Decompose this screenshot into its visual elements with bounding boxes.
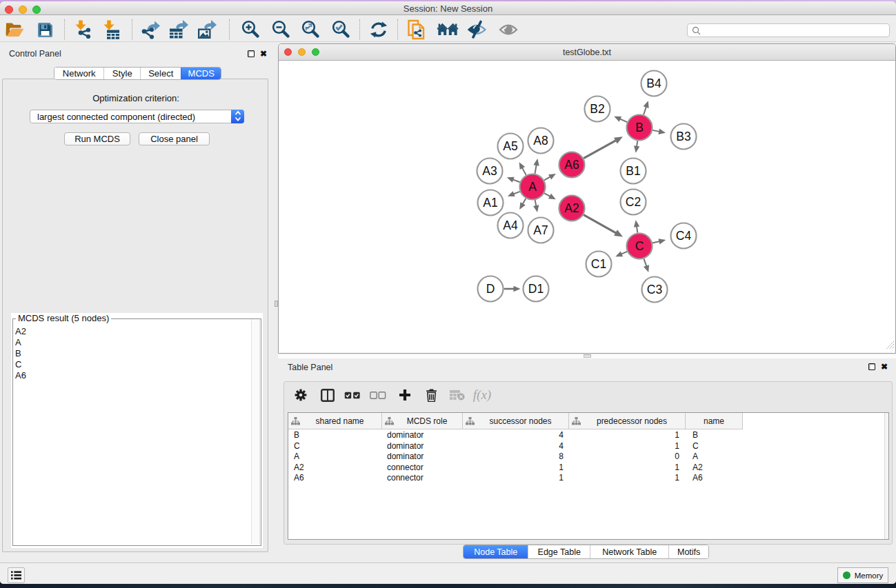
resize-grip-icon[interactable] bbox=[886, 340, 895, 352]
network-window-title: testGlobe.txt bbox=[279, 44, 895, 61]
table-cell[interactable]: dominator bbox=[387, 441, 424, 452]
delete-table-icon[interactable] bbox=[447, 385, 468, 405]
table-cell[interactable]: 0 bbox=[569, 452, 679, 463]
delete-row-icon[interactable] bbox=[421, 385, 441, 405]
tab-network-table[interactable]: Network Table bbox=[590, 545, 668, 558]
table-cell[interactable]: 4 bbox=[463, 430, 564, 441]
node-label-B: B bbox=[635, 121, 644, 134]
column-header-label: predecessor nodes bbox=[587, 416, 667, 426]
import-network-icon[interactable] bbox=[72, 19, 94, 41]
table-cell[interactable]: A bbox=[294, 452, 299, 463]
close-panel-button[interactable]: Close panel bbox=[139, 132, 210, 145]
desktop-scrollbar-left[interactable] bbox=[275, 301, 278, 307]
edge-A2-C[interactable] bbox=[584, 215, 619, 235]
table-cell[interactable]: C bbox=[693, 441, 699, 452]
tab-mcds[interactable]: MCDS bbox=[181, 68, 221, 79]
desktop-scrollbar-bottom[interactable] bbox=[584, 354, 591, 358]
table-cell[interactable]: A6 bbox=[693, 473, 703, 484]
show-columns-icon[interactable] bbox=[317, 385, 338, 405]
save-session-icon[interactable] bbox=[34, 19, 56, 41]
column-header-predecessor-nodes[interactable]: predecessor nodes bbox=[569, 413, 686, 429]
mcds-result-item[interactable]: A2 bbox=[15, 326, 26, 337]
zoom-in-icon[interactable] bbox=[239, 19, 261, 41]
table-cell[interactable]: 1 bbox=[569, 430, 679, 441]
criterion-select[interactable]: largest connected component (directed) bbox=[30, 110, 244, 123]
select-all-icon[interactable] bbox=[342, 385, 363, 405]
tab-select[interactable]: Select bbox=[140, 68, 181, 79]
zoom-out-icon[interactable] bbox=[270, 19, 292, 41]
memory-button[interactable]: Memory bbox=[837, 567, 888, 583]
hide-selected-icon[interactable] bbox=[466, 19, 488, 41]
table-cell[interactable]: 1 bbox=[569, 441, 679, 452]
table-cell[interactable]: connector bbox=[387, 473, 424, 484]
float-panel-icon[interactable] bbox=[248, 50, 255, 57]
table-options-icon[interactable] bbox=[290, 385, 311, 405]
mcds-result-item[interactable]: A6 bbox=[15, 370, 26, 381]
task-history-button[interactable] bbox=[8, 567, 25, 583]
function-builder-icon[interactable]: f(x) bbox=[472, 385, 492, 405]
search-box[interactable] bbox=[687, 23, 890, 37]
open-file-icon[interactable] bbox=[3, 19, 26, 41]
node-label-C1: C1 bbox=[591, 257, 606, 271]
network-window: testGlobe.txt B4B2BB3A8A5A6A3B1AA1C2A2A4… bbox=[278, 43, 896, 354]
table-cell[interactable]: B bbox=[294, 430, 299, 441]
float-table-panel-icon[interactable] bbox=[868, 363, 875, 370]
search-input[interactable] bbox=[703, 25, 885, 36]
mcds-result-list[interactable]: A2ABCA6 bbox=[15, 326, 26, 381]
tab-style[interactable]: Style bbox=[103, 68, 140, 79]
node-table: shared nameMCDS rolesuccessor nodesprede… bbox=[288, 412, 889, 540]
mcds-result-item[interactable]: B bbox=[15, 348, 26, 359]
column-header-successor-nodes[interactable]: successor nodes bbox=[463, 413, 569, 429]
node-label-C2: C2 bbox=[626, 195, 641, 209]
duplicate-network-icon[interactable] bbox=[406, 19, 428, 41]
refresh-icon[interactable] bbox=[368, 19, 390, 41]
mcds-result-scrollbar[interactable] bbox=[251, 319, 260, 545]
table-cell[interactable]: 1 bbox=[569, 463, 679, 474]
node-label-A8: A8 bbox=[533, 134, 548, 148]
table-cell[interactable]: A2 bbox=[294, 463, 304, 474]
table-cell[interactable]: 4 bbox=[463, 441, 564, 452]
table-cell[interactable]: 1 bbox=[463, 473, 564, 484]
table-cell[interactable]: A bbox=[693, 452, 698, 463]
application-window: Session: New Session bbox=[0, 1, 896, 584]
node-label-A3: A3 bbox=[482, 164, 497, 178]
run-mcds-button[interactable]: Run MCDS bbox=[64, 132, 130, 145]
toolbar-separator bbox=[229, 19, 230, 40]
column-header-MCDS-role[interactable]: MCDS role bbox=[382, 413, 463, 429]
tab-network[interactable]: Network bbox=[54, 68, 103, 79]
export-image-icon[interactable] bbox=[196, 19, 218, 41]
add-row-icon[interactable] bbox=[395, 385, 415, 405]
edge-A6-B[interactable] bbox=[584, 139, 619, 158]
export-network-icon[interactable] bbox=[139, 19, 161, 41]
zoom-selected-icon[interactable] bbox=[330, 19, 352, 41]
show-all-icon[interactable] bbox=[497, 19, 519, 41]
table-cell[interactable]: 1 bbox=[569, 473, 679, 484]
table-cell[interactable]: A6 bbox=[294, 473, 304, 484]
tab-node-table[interactable]: Node Table bbox=[464, 545, 528, 558]
table-cell[interactable]: dominator bbox=[387, 452, 424, 463]
toolbar-separator bbox=[359, 19, 360, 40]
close-table-panel-icon[interactable]: ✖ bbox=[881, 363, 888, 370]
table-cell[interactable]: B bbox=[693, 430, 698, 441]
export-table-icon[interactable] bbox=[168, 19, 190, 41]
table-cell[interactable]: 8 bbox=[463, 452, 564, 463]
zoom-fit-icon[interactable] bbox=[299, 19, 321, 41]
network-canvas[interactable]: B4B2BB3A8A5A6A3B1AA1C2A2A4A7C4CC1C3DD1 bbox=[279, 61, 895, 353]
column-header-name[interactable]: name bbox=[686, 413, 743, 429]
table-cell[interactable]: C bbox=[294, 441, 300, 452]
table-cell[interactable]: A2 bbox=[693, 463, 703, 474]
close-panel-icon[interactable]: ✖ bbox=[260, 50, 267, 57]
tab-edge-table[interactable]: Edge Table bbox=[528, 545, 590, 558]
table-cell[interactable]: dominator bbox=[387, 430, 424, 441]
node-label-A4: A4 bbox=[503, 219, 518, 232]
table-cell[interactable]: connector bbox=[387, 463, 424, 474]
table-cell[interactable]: 1 bbox=[463, 463, 564, 474]
column-header-shared-name[interactable]: shared name bbox=[288, 413, 382, 429]
tab-motifs[interactable]: Motifs bbox=[668, 545, 708, 558]
table-scrollbar[interactable] bbox=[884, 413, 888, 540]
import-table-icon[interactable] bbox=[100, 19, 122, 41]
deselect-all-icon[interactable] bbox=[368, 385, 388, 405]
mcds-result-item[interactable]: C bbox=[15, 359, 26, 370]
mcds-result-item[interactable]: A bbox=[15, 337, 26, 348]
first-neighbors-icon[interactable] bbox=[437, 19, 459, 41]
